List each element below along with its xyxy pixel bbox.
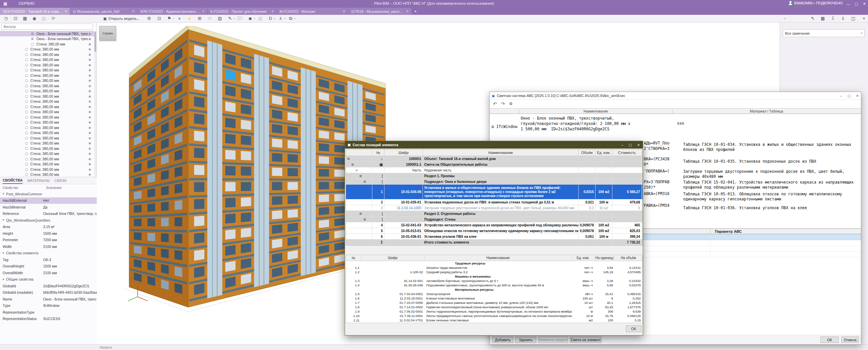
maximize-button[interactable]: ▢ [855, 2, 858, 6]
tree-filter-input[interactable] [1, 24, 93, 30]
panel-icon[interactable]: ◫ [849, 15, 857, 22]
print-icon[interactable]: ⇩ [829, 15, 837, 22]
property-row[interactable]: OverallWidth2100 мм [0, 269, 97, 276]
expander-icon[interactable] [346, 185, 372, 199]
visibility-icon[interactable]: ◉ [30, 15, 38, 22]
expander-icon[interactable] [346, 234, 372, 239]
tree-item[interactable]: ▢Стена: 380,00 мм◉ [0, 146, 94, 151]
visibility-eye-icon[interactable]: ◉ [88, 47, 91, 51]
visibility-eye-icon[interactable]: ◉ [88, 79, 91, 82]
document-tab[interactable]: АПК-ГСН2022 - Административно-произво...… [138, 8, 208, 15]
chevron-right-icon[interactable]: › [781, 15, 789, 22]
visibility-eye-icon[interactable]: ◉ [88, 147, 91, 150]
visibility-eye-icon[interactable]: ◉ [88, 136, 91, 140]
tab-close-icon[interactable]: ✕ [132, 10, 135, 13]
visibility-eye-icon[interactable]: ◉ [88, 110, 91, 114]
position-row[interactable]: 210-01-035-01Установка подоконных досок … [346, 199, 642, 205]
position-row[interactable]: ⊟ЧастьНадземная часть [346, 167, 642, 173]
tree-item[interactable]: ▢Стена: 380,00 мм◉ [0, 78, 94, 84]
abc-link-icon[interactable]: ⧉ [287, 15, 295, 22]
visibility-eye-icon[interactable]: ◉ [88, 95, 91, 98]
properties-tab[interactable]: СВЯЗИ [54, 178, 66, 184]
abc-minimize-button[interactable]: – [840, 94, 842, 98]
resource-row[interactable]: 1.391.14.02-001Автомобили бортовые, груз… [346, 279, 642, 283]
tree-item[interactable]: ⊞Окно - Блок оконный ПВХ, трех...◉ [0, 36, 94, 42]
clipboard-icon[interactable]: ▤ [216, 15, 224, 22]
abc-element-estimate-button[interactable]: Смета на элемент [570, 337, 602, 343]
tree-item[interactable]: ▢Стена: 380,00 мм◉ [0, 172, 94, 177]
settings-icon[interactable]: ⚙ [145, 15, 153, 22]
edit-icon[interactable]: ✎ [809, 15, 817, 22]
property-group[interactable]: ▼Pset_WindowCommon [0, 191, 97, 197]
visibility-eye-icon[interactable]: ◉ [88, 58, 91, 61]
property-row[interactable]: GlobalId (readable)b6b3f0fa-f4f4-4401-b0… [0, 289, 97, 296]
document-tab[interactable]: ▤Музыкальная_школа_№9✕ [70, 8, 138, 15]
visibility-eye-icon[interactable]: ◉ [88, 121, 91, 124]
expander-icon[interactable]: ⊟ [346, 217, 372, 222]
resource-row[interactable]: 1.491.06.06-048Подъемники одномачтовые, … [346, 283, 642, 287]
abc-close-button[interactable]: ✕ [856, 94, 859, 98]
abc-cancel-button[interactable]: Отмена [841, 337, 859, 343]
close-button[interactable]: ✕ [863, 2, 866, 6]
resource-row[interactable]: Трудовые ресурсы [346, 261, 642, 265]
property-row[interactable]: TypeIfcWindow [0, 303, 97, 309]
tree-item[interactable]: ▢Стена: 380,00 мм◉ [0, 73, 94, 78]
tree-scrollbar[interactable] [94, 31, 96, 177]
properties-tab[interactable]: МАТЕРИАЛЫ [27, 178, 50, 184]
expander-icon[interactable]: ⊟ [346, 179, 372, 184]
position-row[interactable]: ⊟¦Подраздел: Окна и балконные двери [346, 179, 642, 185]
point-yellow-icon[interactable]: ● [185, 15, 194, 22]
property-row[interactable]: Area3,15 м² [0, 224, 97, 230]
expander-icon[interactable]: ⊟ [346, 173, 372, 179]
property-row[interactable]: ReferenceОконный блок ПВХ, трехствор, гл… [0, 211, 97, 217]
resource-row[interactable]: 1.1Затраты труда машинистовчел.-ч3,940,1… [346, 265, 642, 270]
abc-maximize-button[interactable]: ▢ [847, 94, 850, 98]
tree-item[interactable]: ▢Стена: 380,00 мм◉ [0, 99, 94, 104]
tree-item[interactable]: ▢Стена: 380,00 мм◉ [0, 89, 94, 94]
visibility-eye-icon[interactable]: ◉ [88, 157, 91, 161]
tree-item[interactable]: ▢Стена: 380,00 мм◉ [0, 94, 94, 99]
property-row[interactable]: Width2100 мм [0, 243, 97, 250]
visibility-eye-icon[interactable]: ◉ [88, 89, 91, 93]
expander-icon[interactable]: ⊟ [346, 211, 372, 216]
visibility-eye-icon[interactable]: ◉ [88, 53, 91, 56]
property-row[interactable]: HasSillExternalНет [0, 197, 97, 204]
clip-plane-icon[interactable]: ⚑ [165, 15, 173, 22]
point-blue-icon[interactable]: ● [175, 15, 183, 22]
resource-row[interactable]: 1.701.7.15.07-0005Дюбели стальные рамные… [346, 300, 642, 305]
tree-item[interactable]: ▢Стена: 380,00 мм◉ [0, 135, 94, 141]
open-model-button[interactable]: ▣ Открыть модель... [101, 15, 142, 22]
position-row[interactable]: 610-01-036-01Установка уголков ПВХ на кл… [346, 234, 642, 240]
camera-icon[interactable]: ◙ [246, 15, 254, 22]
properties-tab[interactable]: СВОЙСТВА [3, 177, 23, 184]
property-group[interactable]: ▼Qto_WindowBaseQuantities [0, 217, 97, 224]
document-tab[interactable]: М-ГСН2022 - Магазин✕ [277, 8, 348, 15]
position-row[interactable]: ⊟¦Подраздел: Стены [346, 217, 642, 222]
new-tab-button[interactable]: + [412, 8, 419, 15]
resource-row[interactable]: 1.801.7.14.01-0002Герметик пенополиурета… [346, 305, 642, 309]
tree-item[interactable]: ▢Стена: 380,00 мм◉ [0, 130, 94, 136]
download-icon[interactable]: ⇓ [839, 15, 847, 22]
resource-row[interactable]: Машины и механизмы [346, 274, 642, 279]
dialog-maximize-button[interactable]: ▢ [629, 143, 632, 147]
table-icon[interactable]: ▦ [819, 15, 827, 22]
property-row[interactable]: Height1500 мм [0, 230, 97, 237]
history-icon[interactable]: ◷ [2, 15, 10, 22]
visibility-eye-icon[interactable]: ◉ [88, 116, 91, 119]
tree-item[interactable]: ▢Стена: 380,00 мм◉ [0, 156, 94, 162]
position-row[interactable]: ⊟¦Раздел 2. Отделочные работы [346, 211, 642, 217]
position-row[interactable]: ⊟▤10000\1-1Смета на Общестроительные раб… [346, 162, 642, 167]
selection-frame-icon[interactable]: ⊡ [155, 15, 163, 22]
position-row[interactable]: ⊟¦Раздел 1. Проемы [346, 173, 642, 179]
visibility-eye-icon[interactable]: ◉ [88, 84, 91, 88]
property-row[interactable]: NameОкно - Блок оконный ПВХ, трехствор..… [0, 296, 97, 303]
sync-icon[interactable]: ⟳ [49, 15, 57, 22]
undo-icon[interactable]: ↶ [493, 101, 497, 106]
tree-item[interactable]: ▢Стена: 380,00 мм◉ [0, 62, 94, 68]
dialog-close-button[interactable]: ✕ [637, 143, 640, 147]
resource-row[interactable]: 1.501.7.03.04-0001ЭлектроэнергиякВт-ч15,… [346, 292, 642, 296]
tab-close-icon[interactable]: ✕ [343, 10, 345, 13]
section-box-icon[interactable]: ▦ [21, 15, 29, 22]
visibility-eye-icon[interactable]: ◉ [88, 162, 91, 166]
tree-item[interactable]: ▢Стена: 380,00 мм◉ [0, 151, 94, 157]
